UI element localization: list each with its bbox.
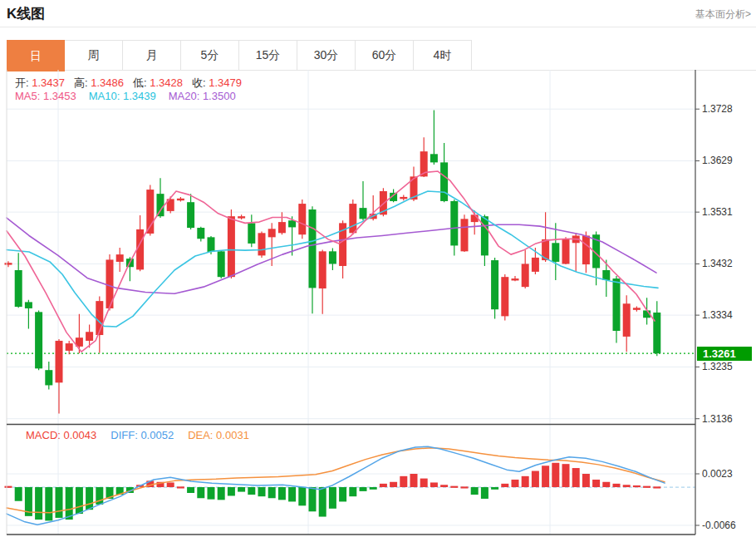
macd-bar (309, 487, 317, 511)
macd-bar (653, 486, 660, 488)
macd-bar (319, 487, 326, 517)
macd-bar (410, 474, 418, 487)
macd-bar (390, 482, 397, 487)
macd-bar (349, 487, 356, 496)
macd-bar (86, 487, 93, 510)
macd-bar (187, 487, 194, 493)
macd-bar (380, 484, 387, 487)
macd-bar (491, 487, 498, 490)
macd-bar (35, 487, 42, 520)
macd-bar (430, 482, 438, 487)
macd-bar (450, 486, 458, 488)
macd-bar (329, 487, 336, 509)
macd-bar (420, 479, 428, 487)
macd-bar (45, 487, 52, 520)
macd-bar (167, 482, 174, 487)
macd-bar (522, 476, 529, 487)
macd-bar (76, 487, 83, 514)
macd-bar (440, 485, 448, 487)
macd-bar (532, 471, 539, 488)
kline-chart-plot[interactable] (0, 0, 756, 537)
macd-bar (228, 487, 235, 495)
macd-bar (298, 487, 306, 505)
macd-bar (360, 487, 367, 491)
macd-bar (288, 487, 296, 501)
macd-bar (56, 487, 63, 518)
macd-bar (481, 487, 488, 499)
macd-bar (613, 484, 621, 487)
macd-bar (623, 485, 631, 487)
macd-bar (562, 464, 570, 487)
macd-bar (501, 484, 508, 487)
macd-bar (552, 463, 559, 487)
macd-bar (177, 486, 184, 488)
macd-bar (370, 487, 377, 490)
macd-bar (248, 487, 255, 495)
macd-bar (512, 480, 519, 487)
macd-bar (592, 480, 600, 487)
kline-page: { "header": { "title": "K线图", "link_labe… (0, 0, 756, 537)
macd-bar (633, 485, 641, 487)
macd-bar (643, 486, 650, 488)
macd-bar (15, 487, 22, 501)
macd-bar (197, 487, 204, 498)
macd-bar (268, 487, 276, 498)
macd-bar (238, 487, 245, 492)
macd-bar (5, 486, 12, 488)
macd-bar (278, 487, 286, 500)
macd-bar (461, 486, 469, 488)
macd-bar (582, 474, 590, 487)
macd-bar (542, 466, 549, 487)
macd-histogram (5, 463, 661, 521)
macd-bar (66, 487, 73, 520)
macd-bar (572, 468, 580, 487)
macd-bar (218, 487, 225, 500)
macd-bar (339, 487, 346, 501)
current-price-badge: 1.3261 (697, 347, 752, 361)
macd-bar (258, 487, 266, 496)
macd-bar (400, 476, 407, 487)
macd-bar (602, 482, 610, 487)
macd-bar (471, 487, 479, 495)
macd-bar (208, 487, 215, 500)
